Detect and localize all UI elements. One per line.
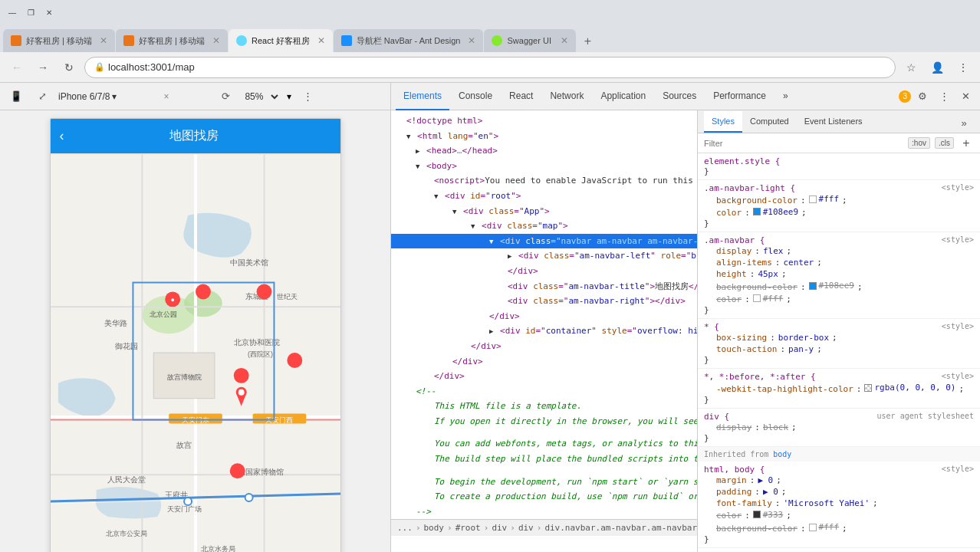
html-line-navbar[interactable]: <div class="navbar am-navbar am-navbar-l… — [391, 234, 697, 249]
star-before-after-selector-row[interactable]: *, *:before, *:after { <style> — [704, 372, 974, 382]
tab-event-listeners[interactable]: Event Listeners — [797, 111, 870, 133]
responsive-toggle[interactable]: ⤢ — [32, 87, 52, 107]
menu-button[interactable]: ⋮ — [952, 57, 974, 78]
swatch-dark[interactable] — [753, 511, 761, 518]
styles-more-button[interactable]: » — [954, 113, 974, 133]
html-line-root[interactable]: <div id="root"> — [391, 189, 697, 204]
prop-margin[interactable]: margin : ▶ 0 ; — [704, 475, 974, 486]
swatch-white-1[interactable] — [809, 196, 817, 203]
container-triangle[interactable] — [489, 327, 493, 335]
devtools-close[interactable]: ✕ — [955, 87, 975, 107]
add-style-button[interactable]: + — [959, 136, 974, 151]
html-line-app[interactable]: <div class="App"> — [391, 204, 697, 219]
prop-color-2[interactable]: color : #fff ; — [704, 293, 974, 306]
map-div-triangle[interactable] — [471, 222, 475, 230]
bookmark-button[interactable]: ☆ — [900, 57, 922, 78]
account-button[interactable]: 👤 — [926, 57, 948, 78]
prop-font-family[interactable]: font-family : 'Microsoft YaHei' ; — [704, 498, 974, 509]
breadcrumb-root[interactable]: #root — [455, 523, 481, 533]
prop-box-sizing[interactable]: box-sizing : border-box ; — [704, 332, 974, 343]
filter-cls-button[interactable]: .cls — [935, 137, 954, 149]
html-line-map-close[interactable]: </div> — [391, 339, 697, 354]
html-comment-end[interactable]: --> — [391, 504, 697, 520]
back-button[interactable]: ← — [6, 57, 28, 78]
prop-bg-color-2[interactable]: background-color : #108ee9 ; — [704, 280, 974, 293]
html-line-doctype[interactable]: <!doctype html> — [391, 113, 697, 129]
tab-4[interactable]: 导航栏 NavBar - Ant Design ✕ — [334, 29, 484, 52]
html-comment-3[interactable]: You can add webfonts, meta tags, or anal… — [391, 436, 697, 452]
tab-sources[interactable]: Sources — [655, 83, 704, 110]
filter-input[interactable] — [704, 139, 903, 148]
html-body-source[interactable]: <style> — [942, 465, 974, 473]
new-tab-button[interactable]: + — [577, 31, 598, 52]
prop-bg-color-body[interactable]: background-color : #fff ; — [704, 521, 974, 534]
html-line-html[interactable]: <html lang="en"> — [391, 129, 697, 144]
html-line-noscript[interactable]: <noscript>You need to enable JavaScript … — [391, 173, 697, 189]
tab-more[interactable]: » — [775, 83, 796, 110]
html-body-selector-row[interactable]: html, body { <style> — [704, 465, 974, 475]
html-line-navbar-left[interactable]: <div class="am-navbar-left" role="button… — [391, 248, 697, 264]
rotate-button[interactable]: ⟳ — [215, 87, 235, 107]
breadcrumb-div2[interactable]: div — [518, 523, 534, 533]
html-line-navbar-close[interactable]: </div> — [391, 309, 697, 324]
tab-react[interactable]: React — [502, 83, 541, 110]
swatch-blue-1[interactable] — [753, 208, 761, 215]
star-selector-row[interactable]: * { <style> — [704, 322, 974, 332]
tab-network[interactable]: Network — [542, 83, 591, 110]
html-comment-1[interactable]: This HTML file is a template. — [391, 399, 697, 414]
html-line-map[interactable]: <div class="map"> — [391, 219, 697, 234]
tab-1-close[interactable]: ✕ — [100, 35, 107, 46]
tab-2[interactable]: 好客租房 | 移动端 ✕ — [116, 29, 228, 52]
tab-2-close[interactable]: ✕ — [212, 35, 220, 46]
prop-display[interactable]: display : flex ; — [704, 245, 974, 257]
breadcrumb-navbar[interactable]: div.navbar.am-navbar.am-navbar-light — [544, 523, 697, 533]
address-bar[interactable]: 🔒 localhost:3001/map — [84, 57, 896, 78]
body-triangle[interactable] — [416, 163, 419, 170]
tab-3[interactable]: React 好客租房 ✕ — [229, 29, 333, 52]
html-line-container[interactable]: <div id="container" style="overflow: hid… — [391, 324, 697, 339]
swatch-blue-2[interactable] — [809, 282, 817, 290]
star-source[interactable]: <style> — [942, 322, 974, 330]
html-comment-5[interactable]: To begin the development, run `npm start… — [391, 475, 697, 490]
height-input[interactable]: 667 — [175, 88, 209, 105]
tab-performance[interactable]: Performance — [705, 83, 774, 110]
tab-computed[interactable]: Computed — [742, 111, 797, 133]
minimize-button[interactable]: — — [6, 6, 18, 18]
prop-bg-color-1[interactable]: background-color : #fff ; — [704, 193, 974, 206]
inherited-body-link[interactable]: body — [773, 450, 791, 458]
html-comment-4[interactable]: The build step will place the bundled sc… — [391, 452, 697, 467]
tab-5-close[interactable]: ✕ — [561, 35, 568, 46]
prop-touch-action[interactable]: touch-action : pan-y ; — [704, 343, 974, 355]
zoom-select[interactable]: 85% 100% 75% 50% — [242, 90, 281, 103]
swatch-white-2[interactable] — [753, 294, 761, 302]
map-back-button[interactable]: ‹ — [60, 128, 64, 144]
html-line-navbar-left-close[interactable]: </div> — [391, 264, 697, 279]
html-line-body[interactable]: <body> — [391, 159, 697, 174]
swatch-white-body[interactable] — [809, 524, 817, 531]
prop-webkit-tap[interactable]: -webkit-tap-highlight-color : rgba(0, 0,… — [704, 382, 974, 395]
device-type-toggle[interactable]: 📱 — [6, 87, 26, 107]
breadcrumb-body[interactable]: body — [424, 523, 445, 533]
reload-button[interactable]: ↻ — [58, 57, 80, 78]
maximize-button[interactable]: ❐ — [25, 6, 37, 18]
more-options-button[interactable]: ⋮ — [298, 87, 317, 107]
forward-button[interactable]: → — [32, 57, 54, 78]
tab-elements[interactable]: Elements — [396, 83, 449, 110]
html-comment-6[interactable]: To create a production build, use `npm r… — [391, 489, 697, 504]
html-line-navbar-title[interactable]: <div class="am-navbar-title">地图找房</div> — [391, 279, 697, 294]
tab-3-close[interactable]: ✕ — [317, 35, 325, 46]
tab-console[interactable]: Console — [451, 83, 500, 110]
devtools-more[interactable]: ⋮ — [934, 87, 954, 107]
close-button[interactable]: ✕ — [43, 6, 55, 18]
navbar-left-triangle[interactable] — [508, 252, 511, 260]
star-before-after-source[interactable]: <style> — [942, 372, 974, 380]
tab-styles[interactable]: Styles — [704, 111, 742, 133]
div-ua-selector-row[interactable]: div { user agent stylesheet — [704, 412, 974, 422]
navbar-triangle[interactable] — [489, 238, 493, 245]
html-line-root-close[interactable]: </div> — [391, 369, 697, 384]
prop-display-block[interactable]: display : block ; — [704, 422, 974, 433]
tab-1[interactable]: 好客租房 | 移动端 ✕ — [3, 29, 115, 52]
filter-hov-button[interactable]: :hov — [908, 137, 930, 149]
html-comment-2[interactable]: If you open it directly in the browser, … — [391, 414, 697, 429]
html-line-navbar-right[interactable]: <div class="am-navbar-right"></div> — [391, 294, 697, 309]
